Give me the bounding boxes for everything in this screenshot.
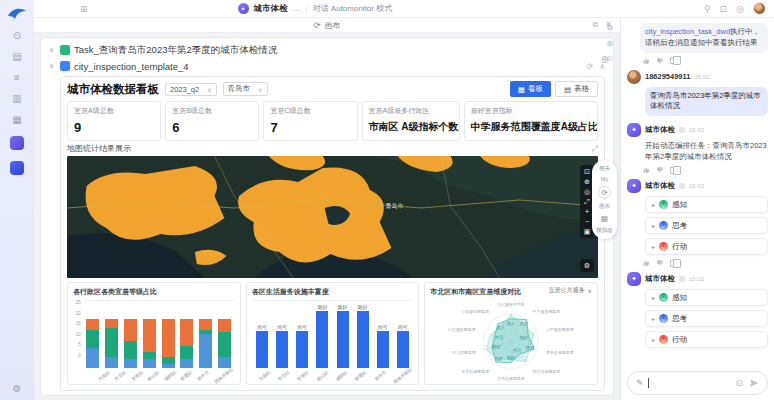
stat-card-top-district: 宜居A级最多行政区 市南区 A级指标个数：17	[362, 101, 460, 141]
thumbs-up-icon[interactable]	[642, 166, 650, 174]
agent-avatar: ✦	[627, 123, 641, 137]
task-row[interactable]: ∨ Task_查询青岛市2023年第2季度的城市体检情况	[49, 42, 605, 58]
sidebar-toggle-icon[interactable]: ⊞	[80, 4, 88, 14]
basemap-icon[interactable]: ▣	[584, 228, 591, 235]
copy-icon[interactable]	[670, 57, 676, 64]
agent-message-header: ✦ 城市体检 15:02	[627, 272, 768, 286]
stat-card-b: 宜居B级总数 6	[165, 101, 259, 141]
quarter-select[interactable]: 2023_q2 ∨	[165, 83, 217, 96]
stat-label: 宜居C级总数	[270, 106, 350, 116]
step-thinking[interactable]: ▸ 思考	[645, 217, 768, 234]
perception-icon	[659, 293, 668, 302]
agent-message-header: ✦ 城市体检 15:02	[627, 179, 768, 193]
canvas-body: ∨ Task_查询青岛市2023年第2季度的城市体检情况 ∨ city_insp…	[34, 33, 620, 400]
fullscreen-icon[interactable]: ⊡	[584, 168, 590, 175]
people-icon[interactable]: ▥	[12, 94, 21, 104]
copy-icon[interactable]	[670, 260, 676, 267]
y-axis: 2520151050	[73, 300, 83, 358]
map-view[interactable]: 青岛市 ⊡ ⊕ ◎ ⤢ + − ▣ ⚙	[67, 156, 598, 278]
user-name: 18629549911	[645, 72, 690, 81]
chevron-down-icon[interactable]: ∨	[49, 46, 56, 54]
detach-icon[interactable]: ⧉	[593, 20, 599, 30]
step-thinking[interactable]: ▸ 思考	[645, 310, 768, 327]
svg-text:幼儿园覆盖度: 幼儿园覆盖度	[452, 350, 476, 355]
dashboard-header: 城市体检数据看板 2023_q2 ∨ 青岛市 ∨	[67, 77, 598, 101]
quarter-value: 2023_q2	[170, 85, 199, 94]
stat-card-c: 宜居C级总数 7	[263, 101, 357, 141]
home-icon[interactable]: ⊙	[13, 31, 21, 41]
charts-row: 各行政区各类宜居等级占比 2520151050 市南区市北区李沧区崂山区城阳区即…	[67, 282, 598, 385]
assistant-notice-bubble: city_inspection_task_dwd执行中，请稍后在消息通知中查看执…	[640, 23, 768, 53]
expand-icon[interactable]: ⤢	[592, 144, 598, 154]
feedback-icon[interactable]: ☺	[606, 54, 614, 63]
timestamp: 15:02	[689, 183, 704, 189]
table-icon: ▤	[564, 85, 571, 94]
canvas-column: ⟳ 画布 ⧉ ✕ ∨ Task_查询青岛市2023年第2季度的城市体检情况	[34, 18, 620, 400]
refresh-icon[interactable]: ⟳	[586, 62, 593, 71]
chat-input[interactable]: ✎ ⊙	[627, 371, 768, 395]
stat-value: 9	[74, 120, 154, 135]
rail-label-related[interactable]: 相关	[599, 165, 610, 172]
stat-value: 市南区 A级指标个数：17	[369, 120, 453, 134]
step-perception[interactable]: ▸ 感知	[645, 196, 768, 213]
locate-icon[interactable]: ◎	[584, 188, 590, 195]
refresh-icon[interactable]: ⟳	[598, 186, 611, 199]
layers-icon[interactable]: ⊕	[584, 178, 590, 185]
window-icon[interactable]: ⊡	[720, 4, 728, 14]
rail-label-my[interactable]: My	[601, 176, 608, 182]
rail-label-simulator[interactable]: 模拟器	[596, 227, 613, 234]
thumbs-down-icon[interactable]	[656, 166, 664, 174]
canvas-tab-label[interactable]: 画布	[324, 20, 340, 31]
user-avatar[interactable]	[753, 2, 766, 15]
stat-label: 宜居B级总数	[172, 106, 252, 116]
template-row[interactable]: ∨ city_inspection_template_4 ⟳ ∧	[49, 58, 605, 74]
thumbs-up-icon[interactable]	[642, 259, 650, 267]
map-settings-button[interactable]: ⚙	[580, 259, 594, 272]
app-root: ⊙ ▤ ≡ ▥ ▦ ⚙ ⊞ ✦ 城市体检 … | 对话 Automonitor …	[0, 0, 774, 400]
copy-icon[interactable]: ⧉	[607, 23, 613, 33]
topbar-right: ⚲ ⊡ ◎	[704, 2, 766, 15]
agent-app-tile-1[interactable]	[10, 136, 24, 150]
refresh-icon[interactable]: ⟳	[314, 21, 321, 30]
chevron-down-icon[interactable]: ∨	[49, 62, 56, 70]
thumbs-down-icon[interactable]	[656, 259, 664, 267]
topbar: ⊞ ✦ 城市体检 … | 对话 Automonitor 模式 ⚲ ⊡ ◎	[34, 0, 774, 18]
grid-icon[interactable]: ▦	[601, 214, 609, 223]
agent-badge-icon	[679, 183, 685, 189]
pencil-icon[interactable]: ✎	[636, 378, 644, 388]
agent-app-tile-2[interactable]	[10, 161, 24, 175]
stacked-bar-chart: 2520151050 市南区市北区李沧区崂山区城阳区即墨区胶州市西海岸新区	[73, 300, 235, 384]
thumbs-up-icon[interactable]	[642, 57, 650, 65]
thumbs-down-icon[interactable]	[656, 57, 664, 65]
template-doc-icon	[60, 61, 70, 71]
list-icon[interactable]: ≡	[14, 73, 20, 83]
table-view-button[interactable]: ▤ 表格	[555, 81, 598, 97]
radar-dimension-select[interactable]: 宜居公共服务 ∨	[549, 286, 592, 295]
template-label: city_inspection_template_4	[74, 61, 189, 72]
settings-gear-icon[interactable]: ⚙	[13, 384, 22, 394]
send-icon[interactable]	[749, 378, 759, 388]
mode-label[interactable]: 对话 Automonitor 模式	[313, 3, 393, 14]
task-name-link[interactable]: city_inspection_task_dwd	[645, 27, 730, 36]
zoom-out-icon[interactable]: −	[585, 218, 589, 225]
notification-icon[interactable]: ◎	[736, 4, 744, 14]
step-perception[interactable]: ▸ 感知	[645, 289, 768, 306]
svg-text:公园绿地覆盖度: 公园绿地覆盖度	[462, 309, 490, 314]
docs-icon[interactable]: ▦	[12, 115, 21, 125]
fit-extent-icon[interactable]: ⤢	[584, 198, 590, 205]
zoom-in-icon[interactable]: +	[585, 208, 589, 215]
board-view-button[interactable]: ▦ 看板	[510, 81, 551, 97]
apps-icon[interactable]: ▤	[12, 52, 21, 62]
share-icon[interactable]: ⚲	[704, 4, 711, 14]
chart-service-richness: 各区生活服务设施丰富度 尚可尚可尚可最好最好最好尚可尚可 市南区市北区李沧区崂山…	[246, 282, 420, 385]
locate-icon[interactable]: ⊕	[607, 39, 614, 48]
copy-icon[interactable]	[670, 167, 676, 174]
history-icon[interactable]: ⊙	[735, 378, 743, 388]
chevron-right-icon: ▸	[652, 243, 655, 250]
stat-card-best-indicator: 最好宜居指标 中学服务范围覆盖度A级占比：100...	[464, 101, 598, 141]
more-icon[interactable]: …	[293, 4, 301, 13]
rail-label-canvas[interactable]: 画布	[599, 203, 610, 210]
city-select[interactable]: 青岛市 ∨	[223, 82, 268, 96]
step-action[interactable]: ▸ 行动	[645, 331, 768, 348]
step-action[interactable]: ▸ 行动	[645, 238, 768, 255]
